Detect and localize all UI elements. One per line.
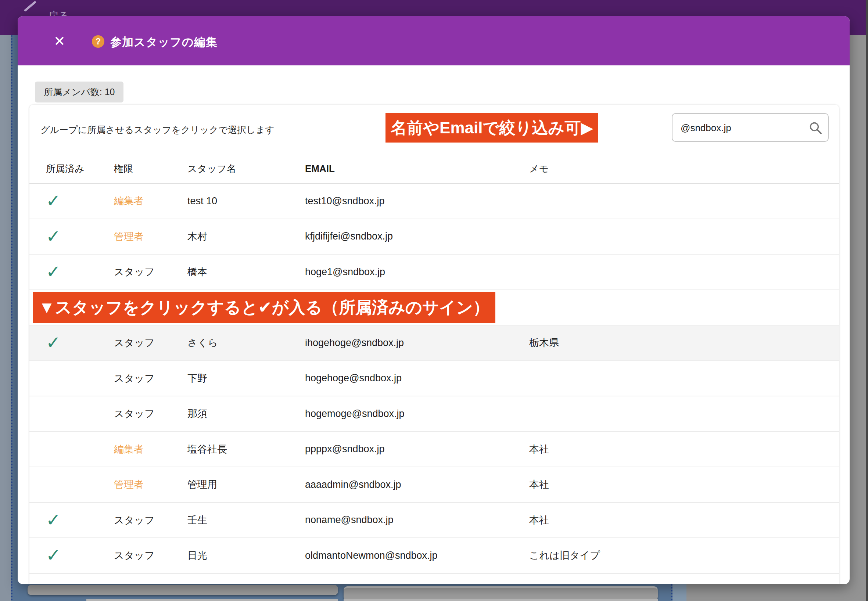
window-edge [866, 0, 868, 601]
memo-cell: 本社 [529, 514, 839, 527]
member-count-badge: 所属メンバ数: 10 [35, 82, 124, 102]
email-cell: hoge1@sndbox.jp [305, 266, 529, 278]
email-cell: ppppx@sndbox.jp [305, 443, 529, 455]
background-card [86, 599, 338, 601]
role-cell: スタッフ [114, 372, 187, 385]
staff-name-cell: 壬生 [187, 514, 305, 527]
role-cell: 管理者 [114, 230, 187, 243]
staff-name-cell: 下野 [187, 372, 305, 385]
staff-row[interactable]: スタッフ 那須 hogemoge@sndbox.jp [29, 397, 839, 432]
staff-row[interactable]: ✓ スタッフ さくら ihogehoge@sndbox.jp 栃木県 [29, 325, 839, 361]
staff-row[interactable]: ✓ 編集者 test 10 test10@sndbox.jp [29, 184, 839, 219]
search-icon[interactable] [809, 121, 822, 134]
filter-annotation: 名前やEmailで絞り込み可▶ [385, 113, 598, 143]
table-header-row: 所属済み 権限 スタッフ名 EMAIL メモ [29, 154, 839, 184]
role-cell: スタッフ [114, 407, 187, 420]
help-icon[interactable]: ? [92, 35, 104, 48]
search-box [672, 113, 829, 142]
staff-row[interactable]: ✓ 管理者 木村 kfjdifijfei@sndbox.jp [29, 219, 839, 255]
header-name: スタッフ名 [187, 162, 305, 175]
staff-name-cell: 塩谷社長 [187, 443, 305, 456]
member-check-icon: ✓ [46, 546, 61, 565]
memo-cell: これは旧タイプ [529, 549, 839, 562]
background-card [344, 586, 658, 601]
member-check-icon: ✓ [46, 333, 61, 352]
header-memo: メモ [529, 162, 839, 175]
modal-title: 参加スタッフの編集 [110, 35, 217, 50]
memo-cell: 栃木県 [529, 336, 839, 349]
staff-name-cell: さくら [187, 336, 305, 349]
header-checked: 所属済み [46, 162, 114, 175]
back-arrow-icon[interactable] [24, 1, 37, 12]
role-cell: 編集者 [114, 443, 187, 456]
clipped-row [29, 574, 839, 584]
staff-name-cell: 管理用 [187, 478, 305, 491]
email-cell: noname@sndbox.jp [305, 514, 529, 526]
member-check-icon: ✓ [46, 262, 61, 281]
background-card [344, 599, 658, 601]
close-icon[interactable]: ✕ [52, 33, 67, 49]
role-cell: 管理者 [114, 478, 187, 491]
header-role: 権限 [114, 162, 187, 175]
email-cell: test10@sndbox.jp [305, 195, 529, 207]
member-check-icon: ✓ [46, 227, 61, 246]
staff-name-cell: test 10 [187, 195, 305, 207]
email-cell: ihogehoge@sndbox.jp [305, 337, 529, 349]
staff-row[interactable]: スタッフ 下野 hogehoge@sndbox.jp [29, 361, 839, 397]
background-left-strip [0, 35, 11, 601]
role-cell: スタッフ [114, 514, 187, 527]
staff-table-body: ✓ 編集者 test 10 test10@sndbox.jp ✓ 管理者 木村 … [29, 184, 839, 574]
email-cell: hogemoge@sndbox.jp [305, 408, 529, 419]
background-card [28, 585, 338, 595]
staff-name-cell: 日光 [187, 549, 305, 562]
check-annotation: ▼スタッフをクリックすると✔が入る（所属済みのサイン） [33, 292, 495, 323]
staff-row[interactable]: 編集者 塩谷社長 ppppx@sndbox.jp 本社 [29, 432, 839, 468]
staff-name-cell: 木村 [187, 230, 305, 243]
search-input[interactable] [680, 114, 802, 142]
email-cell: oldmantoNewmon@sndbox.jp [305, 550, 529, 561]
edit-staff-modal: ✕ ? 参加スタッフの編集 所属メンバ数: 10 グループに所属させるスタッフを… [18, 16, 850, 584]
staff-name-cell: 橋本 [187, 265, 305, 278]
email-cell: aaaadmin@sndbox.jp [305, 479, 529, 490]
modal-header: ✕ ? 参加スタッフの編集 [18, 16, 850, 66]
staff-row[interactable]: ✓ スタッフ 日光 oldmantoNewmon@sndbox.jp これは旧タ… [29, 538, 839, 574]
role-cell: スタッフ [114, 549, 187, 562]
staff-row[interactable]: ✓ スタッフ 壬生 noname@sndbox.jp 本社 [29, 503, 839, 538]
staff-row[interactable]: ✓ スタッフ 橋本 hoge1@sndbox.jp [29, 255, 839, 290]
role-cell: 編集者 [114, 194, 187, 207]
member-check-icon: ✓ [46, 191, 61, 211]
email-cell: hogehoge@sndbox.jp [305, 372, 529, 384]
memo-cell: 本社 [529, 478, 839, 491]
modal-body: 所属メンバ数: 10 グループに所属させるスタッフをクリックで選択します 名前や… [18, 66, 850, 584]
staff-table-card: グループに所属させるスタッフをクリックで選択します 名前やEmailで絞り込み可… [29, 105, 839, 584]
instruction-text: グループに所属させるスタッフをクリックで選択します [40, 124, 275, 136]
role-cell: スタッフ [114, 265, 187, 278]
role-cell: スタッフ [114, 336, 187, 349]
staff-name-cell: 那須 [187, 407, 305, 420]
email-cell: kfjdifijfei@sndbox.jp [305, 231, 529, 242]
header-email: EMAIL [305, 163, 529, 174]
table-toolbar: グループに所属させるスタッフをクリックで選択します 名前やEmailで絞り込み可… [29, 105, 839, 154]
staff-row[interactable]: 管理者 管理用 aaaadmin@sndbox.jp 本社 [29, 467, 839, 503]
memo-cell: 本社 [529, 443, 839, 456]
member-check-icon: ✓ [46, 510, 61, 530]
check-annotation-row: ▼スタッフをクリックすると✔が入る（所属済みのサイン） [29, 290, 839, 326]
